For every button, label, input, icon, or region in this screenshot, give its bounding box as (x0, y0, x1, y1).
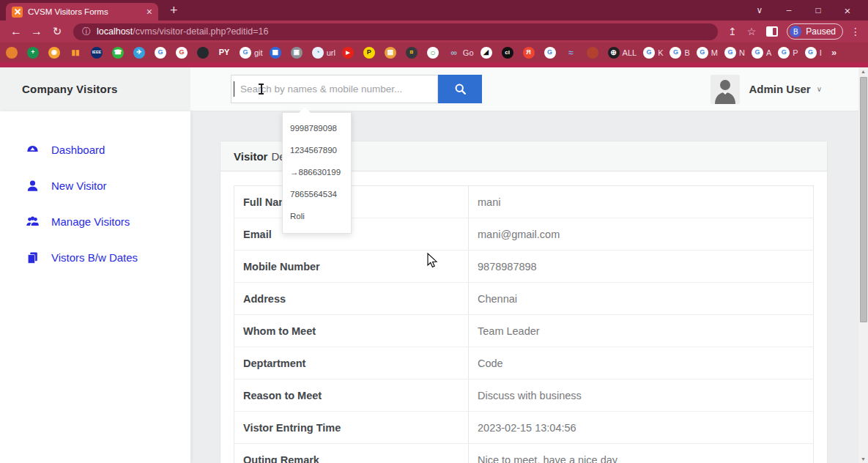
bookmark-label: url (327, 48, 335, 57)
tab-title: CVSM Visitors Forms (28, 7, 141, 16)
url-path: /cvms/visitor-detail.php?editid=16 (133, 26, 268, 37)
profile-initial: B (790, 26, 801, 37)
bookmark-favicon-icon (6, 47, 18, 59)
row-value: mani (469, 186, 814, 218)
dashboard-icon (26, 143, 40, 157)
new-tab-button[interactable]: + (170, 3, 178, 18)
bookmark-item[interactable]: » (828, 47, 843, 59)
search-suggestions-dropdown: 9998789098 1234567890 →886630199 7865564… (282, 112, 352, 234)
bookmark-item[interactable]: G (155, 47, 169, 59)
minimize-icon[interactable]: – (774, 5, 804, 15)
sidebar: Dashboard New Visitor Manage Visitors (0, 111, 190, 463)
sidebar-item-manage-visitors[interactable]: Manage Visitors (0, 204, 190, 240)
bookmark-label: Go (463, 48, 474, 57)
scroll-up-icon[interactable]: ▲ (858, 69, 868, 74)
bookmark-item[interactable]: cl (502, 47, 516, 59)
reload-icon[interactable]: ↻ (47, 25, 67, 38)
suggestion-item[interactable]: 1234567890 (283, 139, 351, 161)
tab-search-icon[interactable]: ∨ (745, 5, 774, 15)
suggestion-item[interactable]: Roli (283, 205, 351, 227)
bookmark-item[interactable]: G (176, 47, 190, 59)
scroll-down-icon[interactable]: ▼ (858, 456, 868, 462)
suggestion-item[interactable]: 7865564534 (283, 183, 351, 205)
table-row: Vistor Entring Time 2023-02-15 13:04:56 (234, 412, 814, 444)
bookmark-favicon-icon: ▦ (270, 47, 281, 59)
side-panel-icon[interactable] (766, 26, 778, 37)
bookmark-item[interactable]: ▶ (342, 47, 357, 59)
scrollbar-thumb[interactable] (860, 77, 867, 322)
bookmark-favicon-icon: G (778, 47, 790, 59)
bookmark-favicon-icon: ⊕ (608, 47, 620, 59)
user-menu[interactable]: Admin User ∨ (711, 75, 822, 104)
bookmark-item[interactable]: G git (240, 47, 263, 59)
bookmark-star-icon[interactable]: ☆ (747, 26, 757, 37)
back-icon[interactable]: ← (6, 25, 26, 38)
app-title: Company Visitors (22, 83, 117, 95)
suggestion-item[interactable]: 9998789098 (283, 117, 351, 139)
users-icon (26, 215, 40, 229)
bookmark-item[interactable]: ☎ (112, 47, 127, 59)
row-label: Vistor Entring Time (234, 412, 469, 444)
bookmark-item[interactable]: IEEE (91, 47, 105, 59)
bookmark-item[interactable]: ◢ (481, 47, 495, 59)
bookmark-item[interactable]: G A (752, 47, 771, 59)
bookmark-item[interactable]: G P (778, 47, 798, 59)
bookmark-favicon-icon: ◔ (312, 47, 324, 59)
bookmark-item[interactable]: Я (523, 47, 538, 59)
page-scrollbar[interactable]: ▲ ▼ (858, 67, 868, 463)
tab-close-icon[interactable]: × (146, 7, 152, 17)
bookmark-label: A (766, 48, 771, 57)
bookmark-item[interactable]: G I (805, 47, 822, 59)
maximize-icon[interactable]: □ (804, 5, 833, 15)
bookmark-favicon-icon: G (697, 47, 708, 59)
suggestion-item[interactable]: →886630199 (283, 161, 351, 183)
bookmark-item[interactable]: G K (643, 47, 663, 59)
menu-kebab-icon[interactable]: ⋮ (850, 26, 861, 37)
close-icon[interactable]: × (833, 4, 862, 17)
bookmark-favicon-icon: ¤ (406, 47, 418, 59)
search-icon (454, 83, 467, 95)
bookmark-item[interactable]: ⊕ ALL (608, 47, 637, 59)
bookmark-favicon-icon: P (363, 47, 375, 59)
bookmark-item[interactable]: G M (697, 47, 718, 59)
bookmark-item[interactable]: ▦ (270, 47, 284, 59)
address-bar[interactable]: ⓘ localhost /cvms/visitor-detail.php?edi… (73, 23, 718, 40)
share-icon[interactable]: ↥ (728, 26, 737, 37)
sidebar-item-visitors-bw-dates[interactable]: Vistors B/w Dates (0, 240, 190, 275)
bookmark-favicon-icon: » (828, 47, 840, 59)
bookmark-favicon-icon: ☎ (112, 47, 124, 59)
bookmark-item[interactable] (197, 47, 212, 59)
bookmark-item[interactable]: PY (218, 47, 233, 59)
bookmark-item[interactable]: ¤ (406, 47, 420, 59)
search-button[interactable] (438, 75, 482, 103)
bookmark-item[interactable]: ✈ (133, 47, 148, 59)
table-row: Whom to Meet Team Leader (234, 315, 814, 347)
bookmark-item[interactable]: G (544, 47, 559, 59)
sidebar-item-new-visitor[interactable]: New Visitor (0, 168, 190, 204)
sidebar-item-dashboard[interactable]: Dashboard (0, 132, 190, 168)
table-row: Mobile Number 9878987898 (234, 251, 814, 283)
bookmark-favicon-icon: ▮▮ (70, 47, 81, 59)
bookmark-item[interactable]: G B (669, 47, 689, 59)
bookmark-favicon-icon: ○ (427, 47, 439, 59)
bookmark-item[interactable]: ▣ (291, 47, 305, 59)
profile-badge[interactable]: B Paused (787, 23, 843, 40)
forward-icon[interactable]: → (26, 25, 47, 38)
bookmark-item[interactable]: + (27, 47, 42, 59)
bookmark-item[interactable]: ▤ (385, 47, 399, 59)
bookmark-item[interactable] (6, 47, 21, 59)
bookmark-favicon-icon: ≈ (565, 47, 577, 59)
bookmark-item[interactable]: P (363, 47, 378, 59)
bookmark-item[interactable]: ▮▮ (70, 47, 84, 59)
browser-tab[interactable]: CVSM Visitors Forms × (6, 3, 158, 21)
bookmark-item[interactable]: ≈ (565, 47, 580, 59)
mouse-cursor (427, 253, 439, 269)
bookmark-item[interactable]: ∞ Go (448, 47, 474, 59)
site-info-icon[interactable]: ⓘ (82, 26, 91, 38)
bookmark-item[interactable]: G N (724, 47, 745, 59)
bookmark-item[interactable] (587, 47, 601, 59)
bookmark-item[interactable]: ○ (427, 47, 442, 59)
bookmark-item[interactable]: ◉ (48, 47, 63, 59)
bookmark-item[interactable]: ◔ url (312, 47, 335, 59)
row-value: Chennai (469, 283, 814, 315)
